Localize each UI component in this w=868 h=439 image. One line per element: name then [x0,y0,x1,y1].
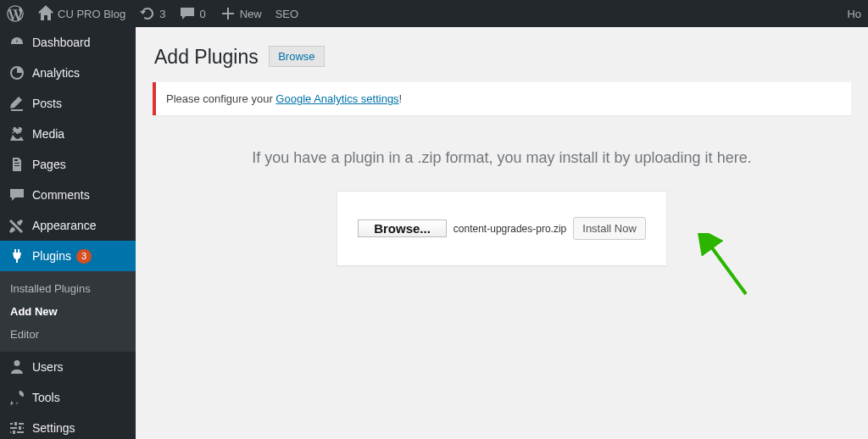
updates-count: 3 [159,8,165,20]
sidebar-item-label: Users [32,360,64,374]
sidebar-item-plugins[interactable]: Plugins3 [0,241,136,271]
pages-icon [8,156,25,173]
site-name: CU PRO Blog [58,8,125,20]
annotation-arrow [695,233,754,301]
seo-menu[interactable]: SEO [269,0,305,27]
analytics-notice: Please configure your Google Analytics s… [153,82,851,115]
plus-icon [220,5,236,22]
sidebar-item-label: Dashboard [32,36,91,49]
sidebar-badge: 3 [76,249,92,264]
sidebar-item-label: Analytics [32,66,80,80]
sidebar-item-pages[interactable]: Pages [0,149,136,180]
site-name-link[interactable]: CU PRO Blog [31,0,132,27]
notice-prefix: Please configure your [166,92,275,105]
sidebar-item-label: Tools [32,391,60,404]
sidebar-item-media[interactable]: Media [0,119,136,149]
sidebar-item-label: Plugins [32,249,71,263]
submenu-item-add-new[interactable]: Add New [0,300,136,323]
seo-label: SEO [275,8,298,20]
sidebar-item-comments[interactable]: Comments [0,180,136,210]
sidebar-item-label: Media [32,127,64,141]
tools-icon [8,389,25,406]
posts-icon [8,95,25,112]
new-label: New [240,8,262,20]
comment-icon [179,5,196,22]
wp-logo[interactable] [0,0,31,27]
comments-count: 0 [199,8,205,20]
admin-sidebar: DashboardAnalyticsPostsMediaPagesComment… [0,27,136,439]
home-icon [37,5,54,22]
submenu-item-installed-plugins[interactable]: Installed Plugins [0,277,136,300]
appearance-icon [8,217,25,234]
sidebar-item-users[interactable]: Users [0,352,136,382]
howdy-user[interactable]: Ho [840,0,868,27]
sidebar-item-label: Comments [32,188,90,202]
install-now-button[interactable]: Install Now [573,217,646,240]
plugins-submenu: Installed PluginsAdd NewEditor [0,271,136,352]
sidebar-item-label: Pages [32,158,66,171]
selected-filename: content-upgrades-pro.zip [453,223,566,235]
new-content-link[interactable]: New [213,0,269,27]
plugins-icon [8,247,25,264]
submenu-item-editor[interactable]: Editor [0,323,136,346]
media-icon [8,125,25,142]
sidebar-item-label: Posts [32,97,62,110]
settings-icon [8,420,25,436]
analytics-settings-link[interactable]: Google Analytics settings [275,92,398,105]
comments-link[interactable]: 0 [172,0,212,27]
svg-line-0 [709,243,746,294]
browse-plugins-button[interactable]: Browse [269,46,324,67]
main-content: Add Plugins Browse Please configure your… [136,27,868,439]
notice-suffix: ! [399,92,403,105]
upload-instruction: If you have a plugin in a .zip format, y… [153,149,851,167]
analytics-icon [8,64,25,81]
comments-icon [8,186,25,203]
users-icon [8,358,25,375]
sidebar-item-analytics[interactable]: Analytics [0,58,136,88]
file-browse-button[interactable]: Browse... [358,220,447,237]
sidebar-item-tools[interactable]: Tools [0,382,136,413]
sidebar-item-label: Settings [32,421,75,435]
sidebar-item-label: Appearance [32,219,97,232]
updates-link[interactable]: 3 [132,0,172,27]
sidebar-item-appearance[interactable]: Appearance [0,210,136,241]
update-icon [139,5,156,22]
dashboard-icon [8,34,25,51]
sidebar-item-dashboard[interactable]: Dashboard [0,27,136,58]
wordpress-icon [7,5,24,22]
page-title: Add Plugins [154,46,259,69]
sidebar-item-posts[interactable]: Posts [0,88,136,119]
upload-form: Browse... content-upgrades-pro.zip Insta… [337,191,667,266]
admin-bar: CU PRO Blog 3 0 New SEO Ho [0,0,868,27]
sidebar-item-settings[interactable]: Settings [0,413,136,439]
